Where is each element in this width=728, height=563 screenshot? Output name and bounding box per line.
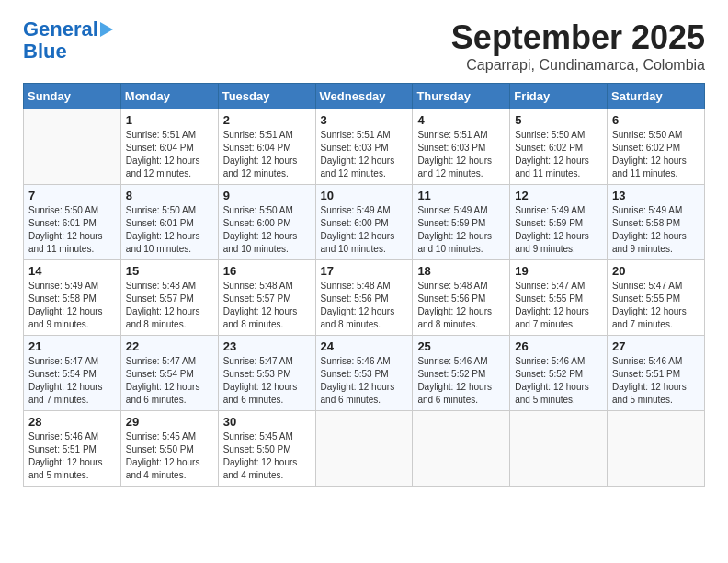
calendar-day-26: 26Sunrise: 5:46 AM Sunset: 5:52 PM Dayli… [510, 336, 608, 411]
calendar-header: SundayMondayTuesdayWednesdayThursdayFrid… [24, 84, 705, 109]
day-number: 3 [321, 113, 408, 127]
calendar-week-4: 21Sunrise: 5:47 AM Sunset: 5:54 PM Dayli… [24, 336, 705, 411]
day-info: Sunrise: 5:50 AM Sunset: 6:01 PM Dayligh… [28, 204, 116, 256]
day-info: Sunrise: 5:46 AM Sunset: 5:52 PM Dayligh… [515, 355, 602, 407]
calendar-empty [315, 411, 413, 487]
calendar-day-16: 16Sunrise: 5:48 AM Sunset: 5:57 PM Dayli… [218, 260, 315, 336]
calendar-empty [413, 411, 510, 487]
calendar-day-11: 11Sunrise: 5:49 AM Sunset: 5:59 PM Dayli… [413, 185, 510, 260]
day-info: Sunrise: 5:49 AM Sunset: 6:00 PM Dayligh… [321, 204, 408, 256]
day-info: Sunrise: 5:47 AM Sunset: 5:54 PM Dayligh… [28, 355, 116, 407]
calendar-table: SundayMondayTuesdayWednesdayThursdayFrid… [23, 83, 705, 487]
day-info: Sunrise: 5:49 AM Sunset: 5:58 PM Dayligh… [28, 280, 116, 331]
calendar-day-19: 19Sunrise: 5:47 AM Sunset: 5:55 PM Dayli… [510, 260, 608, 336]
day-number: 26 [515, 339, 602, 353]
day-number: 19 [515, 264, 602, 278]
day-info: Sunrise: 5:46 AM Sunset: 5:51 PM Dayligh… [612, 355, 700, 407]
calendar-day-21: 21Sunrise: 5:47 AM Sunset: 5:54 PM Dayli… [24, 336, 121, 411]
calendar-day-22: 22Sunrise: 5:47 AM Sunset: 5:54 PM Dayli… [120, 336, 218, 411]
day-number: 11 [417, 189, 505, 202]
day-number: 17 [321, 264, 408, 278]
day-number: 1 [126, 113, 213, 127]
day-number: 27 [612, 339, 700, 353]
day-number: 7 [28, 189, 116, 202]
day-info: Sunrise: 5:50 AM Sunset: 6:02 PM Dayligh… [515, 129, 602, 180]
calendar-day-18: 18Sunrise: 5:48 AM Sunset: 5:56 PM Dayli… [413, 260, 510, 336]
day-number: 13 [612, 189, 700, 202]
day-info: Sunrise: 5:50 AM Sunset: 6:00 PM Dayligh… [223, 204, 311, 256]
calendar-day-29: 29Sunrise: 5:45 AM Sunset: 5:50 PM Dayli… [120, 411, 218, 487]
day-info: Sunrise: 5:49 AM Sunset: 5:59 PM Dayligh… [417, 204, 505, 256]
logo-arrow-icon [100, 22, 113, 37]
day-info: Sunrise: 5:47 AM Sunset: 5:54 PM Dayligh… [126, 355, 213, 407]
day-info: Sunrise: 5:48 AM Sunset: 5:57 PM Dayligh… [126, 280, 213, 331]
day-info: Sunrise: 5:47 AM Sunset: 5:55 PM Dayligh… [612, 280, 700, 331]
day-number: 15 [126, 264, 213, 278]
header-day-sunday: Sunday [24, 84, 121, 109]
day-number: 10 [321, 189, 408, 202]
day-info: Sunrise: 5:46 AM Sunset: 5:51 PM Dayligh… [28, 431, 116, 482]
calendar-day-7: 7Sunrise: 5:50 AM Sunset: 6:01 PM Daylig… [24, 185, 121, 260]
day-info: Sunrise: 5:48 AM Sunset: 5:57 PM Dayligh… [223, 280, 311, 331]
day-number: 20 [612, 264, 700, 278]
location-subtitle: Caparrapi, Cundinamarca, Colombia [451, 57, 705, 74]
title-block: September 2025 Caparrapi, Cundinamarca, … [451, 18, 705, 74]
day-info: Sunrise: 5:51 AM Sunset: 6:03 PM Dayligh… [321, 129, 408, 180]
day-info: Sunrise: 5:45 AM Sunset: 5:50 PM Dayligh… [223, 431, 311, 482]
day-number: 28 [28, 415, 116, 429]
day-info: Sunrise: 5:48 AM Sunset: 5:56 PM Dayligh… [321, 280, 408, 331]
calendar-day-3: 3Sunrise: 5:51 AM Sunset: 6:03 PM Daylig… [315, 109, 413, 185]
header-day-wednesday: Wednesday [315, 84, 413, 109]
day-info: Sunrise: 5:47 AM Sunset: 5:53 PM Dayligh… [223, 355, 311, 407]
calendar-day-30: 30Sunrise: 5:45 AM Sunset: 5:50 PM Dayli… [218, 411, 315, 487]
day-number: 14 [28, 264, 116, 278]
day-number: 16 [223, 264, 311, 278]
calendar-day-28: 28Sunrise: 5:46 AM Sunset: 5:51 PM Dayli… [24, 411, 121, 487]
day-number: 25 [417, 339, 505, 353]
header-day-monday: Monday [120, 84, 218, 109]
logo-blue-text: Blue [23, 40, 67, 63]
day-info: Sunrise: 5:45 AM Sunset: 5:50 PM Dayligh… [126, 431, 213, 482]
calendar-day-10: 10Sunrise: 5:49 AM Sunset: 6:00 PM Dayli… [315, 185, 413, 260]
day-number: 9 [223, 189, 311, 202]
calendar-day-2: 2Sunrise: 5:51 AM Sunset: 6:04 PM Daylig… [218, 109, 315, 185]
header-day-thursday: Thursday [413, 84, 510, 109]
day-number: 4 [417, 113, 505, 127]
calendar-day-14: 14Sunrise: 5:49 AM Sunset: 5:58 PM Dayli… [24, 260, 121, 336]
page-header: General Blue September 2025 Caparrapi, C… [23, 18, 705, 74]
calendar-day-8: 8Sunrise: 5:50 AM Sunset: 6:01 PM Daylig… [120, 185, 218, 260]
day-info: Sunrise: 5:51 AM Sunset: 6:04 PM Dayligh… [126, 129, 213, 180]
day-info: Sunrise: 5:51 AM Sunset: 6:04 PM Dayligh… [223, 129, 311, 180]
day-info: Sunrise: 5:48 AM Sunset: 5:56 PM Dayligh… [417, 280, 505, 331]
calendar-week-1: 1Sunrise: 5:51 AM Sunset: 6:04 PM Daylig… [24, 109, 705, 185]
calendar-week-5: 28Sunrise: 5:46 AM Sunset: 5:51 PM Dayli… [24, 411, 705, 487]
calendar-week-2: 7Sunrise: 5:50 AM Sunset: 6:01 PM Daylig… [24, 185, 705, 260]
day-number: 22 [126, 339, 213, 353]
day-info: Sunrise: 5:46 AM Sunset: 5:52 PM Dayligh… [417, 355, 505, 407]
day-number: 23 [223, 339, 311, 353]
calendar-day-25: 25Sunrise: 5:46 AM Sunset: 5:52 PM Dayli… [413, 336, 510, 411]
day-number: 5 [515, 113, 602, 127]
day-number: 29 [126, 415, 213, 429]
calendar-day-6: 6Sunrise: 5:50 AM Sunset: 6:02 PM Daylig… [608, 109, 705, 185]
day-info: Sunrise: 5:47 AM Sunset: 5:55 PM Dayligh… [515, 280, 602, 331]
calendar-day-15: 15Sunrise: 5:48 AM Sunset: 5:57 PM Dayli… [120, 260, 218, 336]
calendar-day-1: 1Sunrise: 5:51 AM Sunset: 6:04 PM Daylig… [120, 109, 218, 185]
calendar-day-13: 13Sunrise: 5:49 AM Sunset: 5:58 PM Dayli… [608, 185, 705, 260]
day-number: 12 [515, 189, 602, 202]
day-number: 24 [321, 339, 408, 353]
calendar-empty [608, 411, 705, 487]
day-number: 30 [223, 415, 311, 429]
calendar-empty [510, 411, 608, 487]
calendar-day-5: 5Sunrise: 5:50 AM Sunset: 6:02 PM Daylig… [510, 109, 608, 185]
header-day-tuesday: Tuesday [218, 84, 315, 109]
calendar-week-3: 14Sunrise: 5:49 AM Sunset: 5:58 PM Dayli… [24, 260, 705, 336]
calendar-empty [24, 109, 121, 185]
calendar-day-24: 24Sunrise: 5:46 AM Sunset: 5:53 PM Dayli… [315, 336, 413, 411]
calendar-day-17: 17Sunrise: 5:48 AM Sunset: 5:56 PM Dayli… [315, 260, 413, 336]
day-info: Sunrise: 5:50 AM Sunset: 6:02 PM Dayligh… [612, 129, 700, 180]
calendar-day-23: 23Sunrise: 5:47 AM Sunset: 5:53 PM Dayli… [218, 336, 315, 411]
calendar-day-20: 20Sunrise: 5:47 AM Sunset: 5:55 PM Dayli… [608, 260, 705, 336]
day-info: Sunrise: 5:51 AM Sunset: 6:03 PM Dayligh… [417, 129, 505, 180]
calendar-day-9: 9Sunrise: 5:50 AM Sunset: 6:00 PM Daylig… [218, 185, 315, 260]
